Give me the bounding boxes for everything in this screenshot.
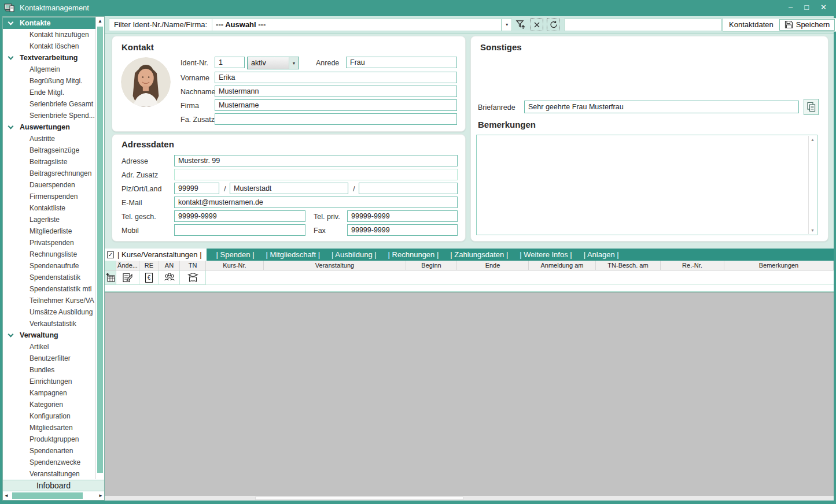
sidebar-item-kontakt-l-schen[interactable]: Kontakt löschen — [3, 40, 95, 52]
tel-gesch-input[interactable] — [174, 210, 305, 222]
sidebar-item-verkaufstatistik[interactable]: Verkaufstatistik — [3, 318, 95, 329]
sidebar-item-mitgliederliste[interactable]: Mitgliederliste — [3, 225, 95, 237]
chevron-down-icon[interactable]: ▼ — [289, 57, 299, 69]
maximize-icon[interactable]: □ — [804, 0, 809, 15]
sidebar-item-spendenstatistik-mtl[interactable]: Spendenstatistik mtl — [3, 283, 95, 295]
sidebar-item-benutzerfilter[interactable]: Benutzerfilter — [3, 353, 95, 364]
sidebar-section-verwaltung[interactable]: Verwaltung — [3, 329, 95, 341]
add-record-button[interactable] — [105, 270, 116, 285]
sidebar-item-lagerliste[interactable]: Lagerliste — [3, 214, 95, 225]
sidebar-item-einrichtungen[interactable]: Einrichtungen — [3, 376, 95, 387]
tab-spenden[interactable]: | Spenden | — [213, 249, 257, 261]
sidebar-horizontal-scroll-thumb[interactable] — [12, 492, 83, 499]
sidebar-item-serienbriefe-spend[interactable]: Serienbriefe Spend... — [3, 110, 95, 121]
sidebar-section-textverarbeitung[interactable]: Textverarbeitung — [3, 52, 95, 64]
column-header-ende[interactable]: Ende — [457, 261, 529, 270]
participants-button[interactable] — [159, 270, 180, 285]
refresh-button[interactable] — [547, 18, 559, 31]
tab-weitere-infos[interactable]: | Weitere Infos | — [517, 249, 574, 261]
sidebar-item-konfiguration[interactable]: Konfiguration — [3, 410, 95, 422]
scroll-down-icon[interactable]: ▼ — [811, 228, 815, 232]
column-header-kurs-nr[interactable]: Kurs-Nr. — [206, 261, 264, 270]
sidebar-item-kategorien[interactable]: Kategorien — [3, 399, 95, 410]
filter-apply-button[interactable] — [514, 18, 527, 31]
sidebar-item-produktgruppen[interactable]: Produktgruppen — [3, 433, 95, 445]
sidebar-item-spendenstatistik[interactable]: Spendenstatistik — [3, 272, 95, 283]
firma-input[interactable] — [215, 99, 457, 111]
column-header-tn[interactable]: TN — [180, 261, 206, 270]
fax-input[interactable] — [347, 224, 458, 236]
mobil-input[interactable] — [174, 224, 305, 236]
email-input[interactable] — [174, 197, 458, 208]
sidebar-item-dauerspenden[interactable]: Dauerspenden — [3, 179, 95, 191]
fa-zusatz-input[interactable] — [215, 113, 457, 125]
sidebar-item-bundles[interactable]: Bundles — [3, 364, 95, 376]
sidebar-item-spendenarten[interactable]: Spendenarten — [3, 445, 95, 457]
checkbox-checked-icon[interactable]: ✓ — [107, 251, 114, 258]
column-header-veranstaltung[interactable]: Veranstaltung — [264, 261, 406, 270]
main-horizontal-scrollbar[interactable] — [105, 496, 834, 501]
main-horizontal-scroll-thumb[interactable] — [255, 496, 463, 500]
sidebar-item-kontakt-hinzuf-gen[interactable]: Kontakt hinzufügen — [3, 29, 95, 40]
sidebar-item-austritte[interactable]: Austritte — [3, 133, 95, 144]
anrede-input[interactable] — [346, 57, 457, 68]
scroll-right-icon[interactable]: ► — [98, 491, 103, 500]
plz-input[interactable] — [174, 183, 219, 194]
column-header-re-nr[interactable]: Re.-Nr. — [661, 261, 724, 270]
filter-clear-button[interactable] — [531, 18, 543, 31]
sidebar-item-allgemein[interactable]: Allgemein — [3, 64, 95, 75]
sidebar-vertical-scrollbar[interactable]: ▲ — [95, 17, 104, 479]
sidebar-item-kontaktliste[interactable]: Kontaktliste — [3, 202, 95, 214]
column-header-an[interactable]: AN — [159, 261, 180, 270]
sidebar-section-kontakte[interactable]: Kontakte — [3, 17, 95, 29]
euro-invoice-button[interactable]: € — [139, 270, 159, 285]
infoboard-button[interactable]: Infoboard — [3, 480, 104, 491]
tab-kurse-veranstaltungen[interactable]: ✓| Kurse/Veranstaltungen | — [105, 249, 207, 261]
bemerkungen-scrollbar[interactable]: ▲ ▼ — [808, 136, 816, 234]
edit-record-button[interactable] — [116, 270, 139, 285]
tab-ausbildung[interactable]: | Ausbildung | — [329, 249, 380, 261]
scroll-up-icon[interactable]: ▲ — [96, 17, 104, 25]
sidebar-section-auswertungen[interactable]: Auswertungen — [3, 121, 95, 133]
sidebar-item-spendenzwecke[interactable]: Spendenzwecke — [3, 457, 95, 468]
tab-anlagen[interactable]: | Anlagen | — [581, 249, 622, 261]
sidebar-item-beitragsliste[interactable]: Beitragsliste — [3, 156, 95, 168]
sidebar-item-begr-ung-mitgl[interactable]: Begrüßung Mitgl. — [3, 75, 95, 87]
adr-zusatz-input[interactable] — [174, 169, 458, 180]
filter-combobox[interactable]: --- Auswahl --- — [212, 18, 502, 31]
scroll-up-icon[interactable]: ▲ — [811, 138, 815, 142]
status-combobox[interactable]: aktiv ▼ — [247, 57, 299, 69]
column-header-bemerkungen[interactable]: Bemerkungen — [724, 261, 834, 270]
sidebar-item-privatspenden[interactable]: Privatspenden — [3, 237, 95, 249]
sidebar-item-kampagnen[interactable]: Kampagnen — [3, 387, 95, 399]
sidebar-item-spendenaufrufe[interactable]: Spendenaufrufe — [3, 260, 95, 272]
sidebar-item-ende-mitgl[interactable]: Ende Mitgl. — [3, 87, 95, 98]
column-header-selector[interactable] — [105, 261, 116, 270]
sidebar-item-ums-tze-ausbildung[interactable]: Umsätze Ausbildung — [3, 306, 95, 318]
sidebar-item-teilnehmer-kurse-va[interactable]: Teilnehmer Kurse/VA — [3, 295, 95, 306]
education-button[interactable] — [180, 270, 206, 285]
sidebar-item-rechnungsliste[interactable]: Rechnungsliste — [3, 249, 95, 260]
filter-dropdown-button[interactable]: ▼ — [502, 18, 512, 31]
column-header-beginn[interactable]: Beginn — [406, 261, 457, 270]
sidebar-item-firmenspenden[interactable]: Firmenspenden — [3, 191, 95, 202]
column-header-nde[interactable]: Ände... — [116, 261, 139, 270]
close-icon[interactable]: ✕ — [820, 0, 827, 15]
sidebar-horizontal-scrollbar[interactable]: ◄ ► — [3, 491, 104, 500]
ort-input[interactable] — [230, 183, 348, 194]
save-button[interactable]: Speichern — [779, 19, 835, 31]
scroll-left-icon[interactable]: ◄ — [4, 491, 9, 500]
sidebar-item-artikel[interactable]: Artikel — [3, 341, 95, 353]
sidebar-item-veranstaltungen[interactable]: Veranstaltungen — [3, 468, 95, 479]
sidebar-item-beitragseinz-ge[interactable]: Beitragseinzüge — [3, 144, 95, 156]
column-header-anmeldung-am[interactable]: Anmeldung am — [529, 261, 596, 270]
adresse-input[interactable] — [174, 155, 458, 166]
column-header-tn-besch-am[interactable]: TN-Besch. am — [596, 261, 661, 270]
tel-priv-input[interactable] — [347, 210, 458, 222]
land-input[interactable] — [359, 183, 458, 194]
minimize-icon[interactable]: – — [789, 0, 793, 15]
copy-briefanrede-button[interactable] — [804, 99, 819, 115]
sidebar-item-mitgliedsarten[interactable]: Mitgliedsarten — [3, 422, 95, 433]
vorname-input[interactable] — [215, 72, 457, 83]
column-header-re[interactable]: RE — [139, 261, 159, 270]
